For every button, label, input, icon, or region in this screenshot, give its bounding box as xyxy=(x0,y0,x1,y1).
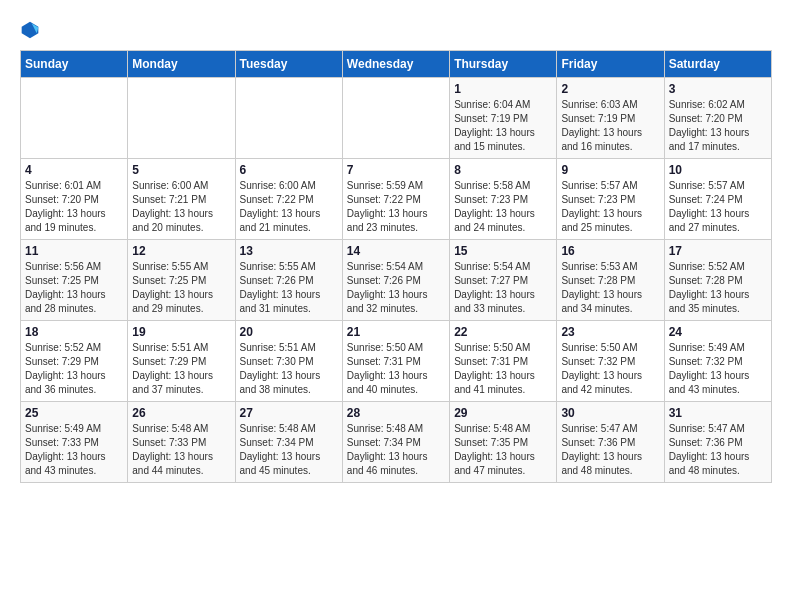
calendar-cell xyxy=(342,78,449,159)
calendar-cell: 21Sunrise: 5:50 AMSunset: 7:31 PMDayligh… xyxy=(342,321,449,402)
calendar-cell: 12Sunrise: 5:55 AMSunset: 7:25 PMDayligh… xyxy=(128,240,235,321)
calendar-cell: 5Sunrise: 6:00 AMSunset: 7:21 PMDaylight… xyxy=(128,159,235,240)
cell-daylight-info: Sunrise: 5:54 AMSunset: 7:27 PMDaylight:… xyxy=(454,260,552,316)
cell-daylight-info: Sunrise: 5:47 AMSunset: 7:36 PMDaylight:… xyxy=(561,422,659,478)
cell-daylight-info: Sunrise: 5:48 AMSunset: 7:34 PMDaylight:… xyxy=(347,422,445,478)
weekday-header-friday: Friday xyxy=(557,51,664,78)
cell-date-number: 6 xyxy=(240,163,338,177)
calendar-week-4: 18Sunrise: 5:52 AMSunset: 7:29 PMDayligh… xyxy=(21,321,772,402)
cell-daylight-info: Sunrise: 6:04 AMSunset: 7:19 PMDaylight:… xyxy=(454,98,552,154)
cell-date-number: 31 xyxy=(669,406,767,420)
calendar-cell xyxy=(128,78,235,159)
weekday-header-row: SundayMondayTuesdayWednesdayThursdayFrid… xyxy=(21,51,772,78)
cell-date-number: 30 xyxy=(561,406,659,420)
weekday-header-monday: Monday xyxy=(128,51,235,78)
cell-daylight-info: Sunrise: 5:59 AMSunset: 7:22 PMDaylight:… xyxy=(347,179,445,235)
cell-date-number: 11 xyxy=(25,244,123,258)
cell-daylight-info: Sunrise: 5:49 AMSunset: 7:33 PMDaylight:… xyxy=(25,422,123,478)
calendar-cell: 2Sunrise: 6:03 AMSunset: 7:19 PMDaylight… xyxy=(557,78,664,159)
calendar-cell: 29Sunrise: 5:48 AMSunset: 7:35 PMDayligh… xyxy=(450,402,557,483)
calendar-cell: 19Sunrise: 5:51 AMSunset: 7:29 PMDayligh… xyxy=(128,321,235,402)
cell-daylight-info: Sunrise: 5:57 AMSunset: 7:24 PMDaylight:… xyxy=(669,179,767,235)
cell-date-number: 29 xyxy=(454,406,552,420)
cell-date-number: 1 xyxy=(454,82,552,96)
calendar-cell: 4Sunrise: 6:01 AMSunset: 7:20 PMDaylight… xyxy=(21,159,128,240)
weekday-header-sunday: Sunday xyxy=(21,51,128,78)
cell-date-number: 15 xyxy=(454,244,552,258)
cell-daylight-info: Sunrise: 5:50 AMSunset: 7:32 PMDaylight:… xyxy=(561,341,659,397)
weekday-header-saturday: Saturday xyxy=(664,51,771,78)
calendar-cell: 15Sunrise: 5:54 AMSunset: 7:27 PMDayligh… xyxy=(450,240,557,321)
calendar-cell xyxy=(21,78,128,159)
calendar-cell: 3Sunrise: 6:02 AMSunset: 7:20 PMDaylight… xyxy=(664,78,771,159)
cell-date-number: 28 xyxy=(347,406,445,420)
cell-daylight-info: Sunrise: 5:48 AMSunset: 7:33 PMDaylight:… xyxy=(132,422,230,478)
cell-date-number: 12 xyxy=(132,244,230,258)
cell-daylight-info: Sunrise: 6:00 AMSunset: 7:22 PMDaylight:… xyxy=(240,179,338,235)
cell-daylight-info: Sunrise: 5:50 AMSunset: 7:31 PMDaylight:… xyxy=(347,341,445,397)
calendar-cell: 17Sunrise: 5:52 AMSunset: 7:28 PMDayligh… xyxy=(664,240,771,321)
cell-date-number: 24 xyxy=(669,325,767,339)
calendar-cell: 13Sunrise: 5:55 AMSunset: 7:26 PMDayligh… xyxy=(235,240,342,321)
calendar-cell: 9Sunrise: 5:57 AMSunset: 7:23 PMDaylight… xyxy=(557,159,664,240)
weekday-header-thursday: Thursday xyxy=(450,51,557,78)
cell-daylight-info: Sunrise: 5:55 AMSunset: 7:25 PMDaylight:… xyxy=(132,260,230,316)
calendar-cell: 26Sunrise: 5:48 AMSunset: 7:33 PMDayligh… xyxy=(128,402,235,483)
cell-daylight-info: Sunrise: 5:51 AMSunset: 7:30 PMDaylight:… xyxy=(240,341,338,397)
cell-date-number: 21 xyxy=(347,325,445,339)
cell-daylight-info: Sunrise: 5:57 AMSunset: 7:23 PMDaylight:… xyxy=(561,179,659,235)
calendar-cell: 16Sunrise: 5:53 AMSunset: 7:28 PMDayligh… xyxy=(557,240,664,321)
cell-daylight-info: Sunrise: 5:52 AMSunset: 7:28 PMDaylight:… xyxy=(669,260,767,316)
calendar-week-1: 1Sunrise: 6:04 AMSunset: 7:19 PMDaylight… xyxy=(21,78,772,159)
cell-date-number: 18 xyxy=(25,325,123,339)
calendar-cell: 6Sunrise: 6:00 AMSunset: 7:22 PMDaylight… xyxy=(235,159,342,240)
cell-daylight-info: Sunrise: 5:53 AMSunset: 7:28 PMDaylight:… xyxy=(561,260,659,316)
calendar-cell: 30Sunrise: 5:47 AMSunset: 7:36 PMDayligh… xyxy=(557,402,664,483)
cell-date-number: 9 xyxy=(561,163,659,177)
cell-date-number: 4 xyxy=(25,163,123,177)
cell-date-number: 22 xyxy=(454,325,552,339)
cell-daylight-info: Sunrise: 5:58 AMSunset: 7:23 PMDaylight:… xyxy=(454,179,552,235)
cell-daylight-info: Sunrise: 5:52 AMSunset: 7:29 PMDaylight:… xyxy=(25,341,123,397)
cell-date-number: 16 xyxy=(561,244,659,258)
page-header xyxy=(20,20,772,40)
calendar-cell: 1Sunrise: 6:04 AMSunset: 7:19 PMDaylight… xyxy=(450,78,557,159)
logo-icon xyxy=(20,20,40,40)
cell-date-number: 10 xyxy=(669,163,767,177)
cell-date-number: 5 xyxy=(132,163,230,177)
cell-daylight-info: Sunrise: 5:48 AMSunset: 7:34 PMDaylight:… xyxy=(240,422,338,478)
weekday-header-tuesday: Tuesday xyxy=(235,51,342,78)
calendar-cell: 18Sunrise: 5:52 AMSunset: 7:29 PMDayligh… xyxy=(21,321,128,402)
cell-date-number: 3 xyxy=(669,82,767,96)
calendar-cell: 10Sunrise: 5:57 AMSunset: 7:24 PMDayligh… xyxy=(664,159,771,240)
cell-daylight-info: Sunrise: 5:47 AMSunset: 7:36 PMDaylight:… xyxy=(669,422,767,478)
cell-date-number: 2 xyxy=(561,82,659,96)
cell-daylight-info: Sunrise: 5:48 AMSunset: 7:35 PMDaylight:… xyxy=(454,422,552,478)
calendar-cell: 27Sunrise: 5:48 AMSunset: 7:34 PMDayligh… xyxy=(235,402,342,483)
cell-date-number: 26 xyxy=(132,406,230,420)
cell-date-number: 19 xyxy=(132,325,230,339)
calendar-cell: 20Sunrise: 5:51 AMSunset: 7:30 PMDayligh… xyxy=(235,321,342,402)
cell-date-number: 27 xyxy=(240,406,338,420)
cell-daylight-info: Sunrise: 5:55 AMSunset: 7:26 PMDaylight:… xyxy=(240,260,338,316)
calendar-cell: 22Sunrise: 5:50 AMSunset: 7:31 PMDayligh… xyxy=(450,321,557,402)
cell-daylight-info: Sunrise: 6:03 AMSunset: 7:19 PMDaylight:… xyxy=(561,98,659,154)
calendar-cell: 28Sunrise: 5:48 AMSunset: 7:34 PMDayligh… xyxy=(342,402,449,483)
cell-date-number: 14 xyxy=(347,244,445,258)
cell-date-number: 20 xyxy=(240,325,338,339)
calendar-week-2: 4Sunrise: 6:01 AMSunset: 7:20 PMDaylight… xyxy=(21,159,772,240)
logo xyxy=(20,20,44,40)
cell-date-number: 13 xyxy=(240,244,338,258)
calendar-cell: 7Sunrise: 5:59 AMSunset: 7:22 PMDaylight… xyxy=(342,159,449,240)
calendar-cell: 11Sunrise: 5:56 AMSunset: 7:25 PMDayligh… xyxy=(21,240,128,321)
cell-daylight-info: Sunrise: 5:54 AMSunset: 7:26 PMDaylight:… xyxy=(347,260,445,316)
cell-daylight-info: Sunrise: 6:02 AMSunset: 7:20 PMDaylight:… xyxy=(669,98,767,154)
calendar-cell: 23Sunrise: 5:50 AMSunset: 7:32 PMDayligh… xyxy=(557,321,664,402)
cell-daylight-info: Sunrise: 5:51 AMSunset: 7:29 PMDaylight:… xyxy=(132,341,230,397)
calendar-cell: 14Sunrise: 5:54 AMSunset: 7:26 PMDayligh… xyxy=(342,240,449,321)
cell-date-number: 23 xyxy=(561,325,659,339)
calendar-cell xyxy=(235,78,342,159)
cell-daylight-info: Sunrise: 5:50 AMSunset: 7:31 PMDaylight:… xyxy=(454,341,552,397)
weekday-header-wednesday: Wednesday xyxy=(342,51,449,78)
cell-daylight-info: Sunrise: 5:56 AMSunset: 7:25 PMDaylight:… xyxy=(25,260,123,316)
